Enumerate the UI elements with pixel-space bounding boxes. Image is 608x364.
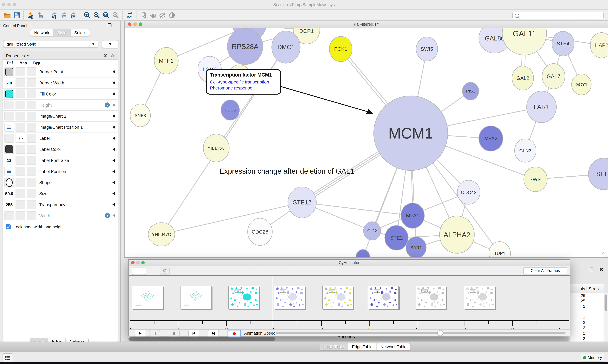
- info-icon[interactable]: i: [105, 213, 110, 218]
- collapse-all-icon[interactable]: [110, 53, 115, 58]
- close-icon[interactable]: [131, 261, 135, 264]
- node-ste12[interactable]: STE12: [288, 187, 316, 218]
- bypass-cell[interactable]: [27, 178, 36, 187]
- bypass-cell[interactable]: [27, 90, 36, 98]
- network-canvas[interactable]: RPS28BDCP1RPS28ADMC1PCK1SWI5GAL80GAL11ST…: [125, 28, 608, 258]
- node-swi5[interactable]: SWI5: [416, 37, 438, 61]
- slider-knob[interactable]: [437, 330, 443, 336]
- pause-button[interactable]: [149, 330, 160, 337]
- node-far1[interactable]: FAR1: [527, 91, 556, 123]
- default-value-cell[interactable]: 12: [4, 156, 14, 165]
- property-row[interactable]: Border Paint: [3, 66, 118, 78]
- tab-style[interactable]: Style: [53, 29, 70, 36]
- zoom-window-icon[interactable]: [13, 3, 16, 6]
- tab-network-table[interactable]: Network Table: [377, 343, 410, 350]
- property-row[interactable]: Shape: [3, 177, 118, 188]
- save-session-button[interactable]: [12, 11, 22, 19]
- next-frame-button[interactable]: [208, 330, 219, 337]
- style-options-button[interactable]: [102, 40, 118, 48]
- table-row[interactable]: 26: [570, 293, 604, 299]
- resize-grip[interactable]: [602, 252, 607, 257]
- minimize-icon[interactable]: [133, 23, 137, 26]
- style-selector-dropdown[interactable]: galFiltered Style: [3, 40, 98, 48]
- clear-all-frames-button[interactable]: Clear All Frames: [524, 267, 567, 275]
- timeline[interactable]: 0123456789 Seconds: [129, 276, 570, 329]
- bypass-cell[interactable]: [27, 101, 36, 109]
- table-row[interactable]: 2: [570, 320, 604, 325]
- frame-thumbnail-2[interactable]: [180, 286, 211, 309]
- frame-thumbnail-6[interactable]: [368, 286, 399, 309]
- property-row[interactable]: Fill Color: [3, 89, 118, 100]
- zoom-icon[interactable]: [139, 23, 142, 26]
- export-table-button[interactable]: [59, 11, 69, 19]
- column-centrality[interactable]: ity: [570, 286, 586, 292]
- bypass-cell[interactable]: [27, 134, 36, 143]
- node-gal2[interactable]: GAL2: [512, 66, 534, 90]
- default-value-cell[interactable]: 50.0: [4, 189, 14, 198]
- mapping-cell[interactable]: [15, 145, 25, 154]
- frame-thumbnail-7[interactable]: [415, 286, 446, 309]
- default-value-cell[interactable]: [4, 145, 14, 154]
- expand-property-icon[interactable]: [112, 170, 115, 173]
- tab-edge-table[interactable]: Edge Table: [348, 343, 377, 350]
- bypass-cell[interactable]: [27, 200, 36, 209]
- table-row[interactable]: 2: [570, 315, 604, 320]
- annotation-link-2[interactable]: Pheromone response: [210, 85, 277, 91]
- default-value-cell[interactable]: [4, 211, 14, 220]
- expand-all-icon[interactable]: [103, 53, 108, 58]
- mapping-cell[interactable]: [15, 101, 25, 109]
- expand-property-icon[interactable]: [112, 104, 115, 106]
- expand-property-icon[interactable]: [112, 148, 115, 151]
- node-swi4[interactable]: SWI4: [524, 167, 547, 192]
- close-panel-icon[interactable]: [0, 23, 0, 27]
- search-input[interactable]: [512, 12, 604, 19]
- default-value-cell[interactable]: [4, 101, 14, 109]
- update-view-button[interactable]: [125, 11, 134, 19]
- hide-graphics-button[interactable]: [158, 11, 167, 19]
- mapping-cell[interactable]: [15, 67, 25, 76]
- lock-size-checkbox[interactable]: [6, 224, 11, 229]
- zoom-icon[interactable]: [141, 261, 145, 264]
- bypass-cell[interactable]: [27, 189, 36, 198]
- show-graphics-button[interactable]: [167, 11, 177, 19]
- default-value-cell[interactable]: 255: [4, 200, 14, 209]
- zoom-in-button[interactable]: [82, 11, 92, 19]
- record-button[interactable]: [228, 330, 241, 337]
- memory-button[interactable]: Memory: [581, 354, 604, 362]
- mapping-cell[interactable]: [15, 189, 25, 198]
- bypass-cell[interactable]: [27, 78, 36, 87]
- table-row[interactable]: 2: [570, 336, 604, 341]
- expand-property-icon[interactable]: [112, 203, 115, 206]
- property-row[interactable]: Image/Chart 1: [3, 111, 118, 122]
- expand-property-icon[interactable]: [112, 137, 115, 140]
- expand-property-icon[interactable]: [112, 214, 115, 217]
- zoom-out-button[interactable]: [92, 11, 101, 19]
- node-bar1[interactable]: BAR1: [406, 237, 426, 258]
- node-snf3[interactable]: SNF3: [130, 104, 151, 127]
- delete-frame-button[interactable]: [160, 268, 170, 275]
- table-row[interactable]: 25: [570, 299, 604, 304]
- tab-select[interactable]: Select: [70, 29, 89, 36]
- node-cdc42[interactable]: CDC42: [457, 180, 480, 204]
- default-value-cell[interactable]: [4, 123, 14, 131]
- add-frame-button[interactable]: +: [132, 268, 146, 275]
- mapping-cell[interactable]: [15, 156, 25, 165]
- import-table-button[interactable]: [35, 11, 45, 19]
- node-gal11[interactable]: GAL11: [502, 28, 547, 55]
- minimize-icon[interactable]: [136, 261, 140, 264]
- node-rps28a[interactable]: RPS28A: [227, 28, 263, 65]
- node-cdc28[interactable]: CDC28: [248, 218, 272, 246]
- node-unlabeled[interactable]: [356, 249, 370, 258]
- property-row[interactable]: Widthi: [3, 210, 118, 221]
- export-network-button[interactable]: [49, 11, 59, 19]
- bypass-cell[interactable]: [27, 156, 36, 165]
- default-value-cell[interactable]: [4, 167, 14, 176]
- node-slt2[interactable]: SLT2: [588, 158, 608, 190]
- minimize-window-icon[interactable]: [7, 3, 11, 6]
- table-row[interactable]: 1: [570, 309, 604, 315]
- expand-property-icon[interactable]: [112, 70, 115, 73]
- node-ste4[interactable]: STE4: [552, 31, 574, 56]
- task-history-button[interactable]: [2, 353, 12, 362]
- table-vertical-scrollbar[interactable]: [604, 293, 608, 341]
- node-mcm1[interactable]: MCM1: [374, 96, 448, 170]
